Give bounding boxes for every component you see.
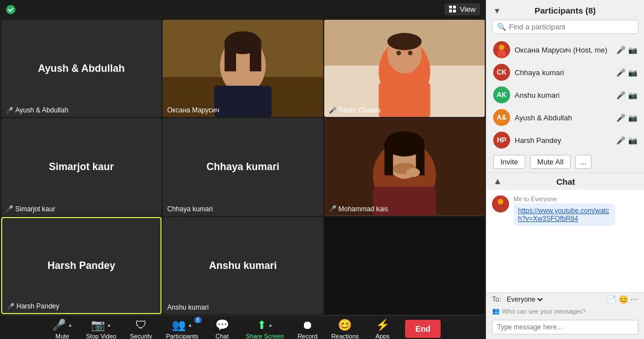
reactions-button[interactable]: 😊 Reactions [324, 316, 365, 339]
record-label: Record [298, 333, 317, 339]
apps-label: Apps [376, 333, 390, 339]
share-screen-button[interactable]: ⬆ ▲ Share Screen [239, 316, 290, 339]
cam-on-icon: 📷 [628, 46, 637, 54]
video-tile-anshu: Anshu kumari Anshu kumari [163, 217, 323, 314]
reactions-label: Reactions [331, 333, 359, 339]
chat-icon: 💬 [215, 318, 229, 332]
svg-rect-3 [449, 10, 452, 12]
svg-point-20 [408, 51, 412, 55]
cam-off-icon: 📷 [628, 68, 637, 77]
chat-footer: To: Everyone 📄 😊 ⋯ 👥 Who can see your me… [486, 292, 644, 339]
participant-row-ayush[interactable]: A& Ayush & Abdullah 🎤 📷 [486, 106, 644, 129]
tile-center-name-harsh: Harsh Pandey [47, 260, 115, 272]
record-button[interactable]: ⏺ Record [290, 316, 324, 339]
mic-muted-icon: 🎤 [616, 136, 625, 145]
svg-point-36 [496, 205, 505, 211]
tile-label-ayush: 🎤 Ayush & Abdullah [6, 106, 68, 114]
toolbar: 🎤 ▲ Mute 📷 ▲ Stop Video 🛡 Security 👥 ▲ [0, 315, 486, 339]
tile-label-mohammad: 🎤 Mohammad kais [329, 205, 388, 213]
mute-button[interactable]: 🎤 ▲ Mute [45, 316, 79, 339]
svg-rect-21 [378, 83, 430, 118]
chat-avatar [492, 195, 509, 212]
avatar-chhaya: CK [493, 64, 510, 81]
tile-label-simarjot: 🎤 Simarjot kaur [6, 205, 55, 213]
participant-name-oksana: Оксана Марусич (Host, me) [515, 46, 612, 54]
avatar-anshu: AK [493, 86, 510, 103]
end-button[interactable]: End [405, 320, 440, 338]
svg-point-18 [388, 33, 422, 50]
video-tile-empty [324, 217, 485, 314]
video-tile-ayush: Ayush & Abdullah 🎤 Ayush & Abdullah [1, 20, 162, 117]
chat-label: Chat [215, 333, 228, 339]
participants-badge: 8 [194, 317, 202, 323]
who-see-text: Who can see your messages? [502, 308, 586, 315]
camera-icon: 📷 [91, 318, 105, 332]
mute-icon: 🎤 [52, 318, 66, 332]
security-label: Security [130, 333, 153, 339]
video-tile-chhaya: Chhaya kumari Chhaya kumari [163, 118, 323, 215]
share-screen-label: Share Screen [246, 333, 284, 339]
svg-point-0 [6, 5, 16, 15]
participants-actions: Invite Mute All ... [486, 151, 644, 172]
collapse-participants-icon[interactable]: ▼ [493, 6, 501, 15]
mic-muted-icon: 🎤 [616, 91, 625, 99]
cam-off-icon: 📷 [628, 114, 637, 122]
participant-row-harsh[interactable]: HP Harsh Pandey 🎤 📷 [486, 129, 644, 151]
zoom-green-icon [6, 5, 16, 15]
view-button[interactable]: View [445, 3, 480, 15]
right-panel: ▼ Participants (8) 🔍 Оксана Марусич (Hos… [486, 0, 644, 339]
to-select[interactable]: Everyone [504, 295, 545, 304]
grid-icon [449, 6, 457, 14]
more-options-button[interactable]: ... [575, 155, 591, 169]
more-icon[interactable]: ⋯ [630, 295, 638, 304]
svg-rect-12 [250, 43, 261, 72]
chat-header: ▲ Chat [486, 172, 644, 190]
view-label: View [460, 5, 476, 14]
tile-center-name-chhaya: Chhaya kumari [206, 161, 279, 173]
chat-collapse-icon[interactable]: ▲ [493, 176, 502, 186]
mic-muted-icon: 🎤 [616, 68, 625, 77]
message-from: Me to Everyone [514, 195, 615, 202]
chat-input[interactable] [492, 320, 638, 334]
tile-label-harsh: 🎤 Harsh Pandey [7, 302, 59, 310]
message-link[interactable]: https://www.youtube.com/watch?v=Xw3SFOfb… [514, 203, 615, 226]
participants-title: Participants (8) [534, 6, 595, 15]
mute-all-button[interactable]: Mute All [530, 155, 571, 169]
file-icon[interactable]: 📄 [607, 295, 616, 304]
svg-point-29 [406, 168, 420, 177]
participant-row-chhaya[interactable]: CK Chhaya kumari 🎤 📷 [486, 61, 644, 84]
mic-muted-icon: 🎤 [6, 107, 14, 114]
chat-button[interactable]: 💬 Chat [205, 316, 239, 339]
message-body: Me to Everyone https://www.youtube.com/w… [514, 195, 615, 226]
apps-button[interactable]: ⚡ Apps [365, 316, 399, 339]
participants-button[interactable]: 👥 ▲ 8 Participants [159, 316, 205, 339]
emoji-icon[interactable]: 😊 [619, 295, 628, 304]
cam-off-icon: 📷 [628, 136, 637, 145]
svg-rect-1 [449, 6, 452, 8]
participants-header: ▼ Participants (8) [486, 0, 644, 20]
participant-row-oksana[interactable]: Оксана Марусич (Host, me) 🎤 📷 [486, 38, 644, 61]
tile-label-chhaya: Chhaya kumari [167, 205, 213, 213]
chat-to-row: To: Everyone 📄 😊 ⋯ [486, 293, 644, 306]
tile-label-anshu: Anshu kumari [167, 303, 208, 311]
chat-title: Chat [556, 177, 575, 186]
participant-row-anshu[interactable]: AK Anshu kumari 🎤 📷 [486, 84, 644, 106]
stop-video-button[interactable]: 📷 ▲ Stop Video [79, 316, 123, 339]
security-button[interactable]: 🛡 Security [123, 316, 159, 339]
participant-name-anshu: Anshu kumari [515, 91, 612, 99]
search-input[interactable] [509, 23, 633, 31]
participants-list: Оксана Марусич (Host, me) 🎤 📷 CK Chhaya … [486, 38, 644, 151]
participant-name-ayush: Ayush & Abdullah [515, 114, 612, 122]
chat-message: Me to Everyone https://www.youtube.com/w… [492, 195, 638, 226]
security-icon: 🛡 [136, 319, 147, 332]
who-see-icon: 👥 [492, 307, 500, 315]
participant-name-chhaya: Chhaya kumari [515, 68, 612, 77]
invite-button[interactable]: Invite [493, 155, 525, 169]
chat-icons: 📄 😊 ⋯ [607, 295, 638, 304]
svg-rect-13 [214, 86, 271, 118]
stop-video-label: Stop Video [86, 333, 116, 339]
svg-point-33 [497, 50, 506, 57]
apps-icon: ⚡ [376, 318, 390, 332]
svg-rect-26 [385, 144, 393, 176]
participant-name-harsh: Harsh Pandey [515, 136, 612, 145]
